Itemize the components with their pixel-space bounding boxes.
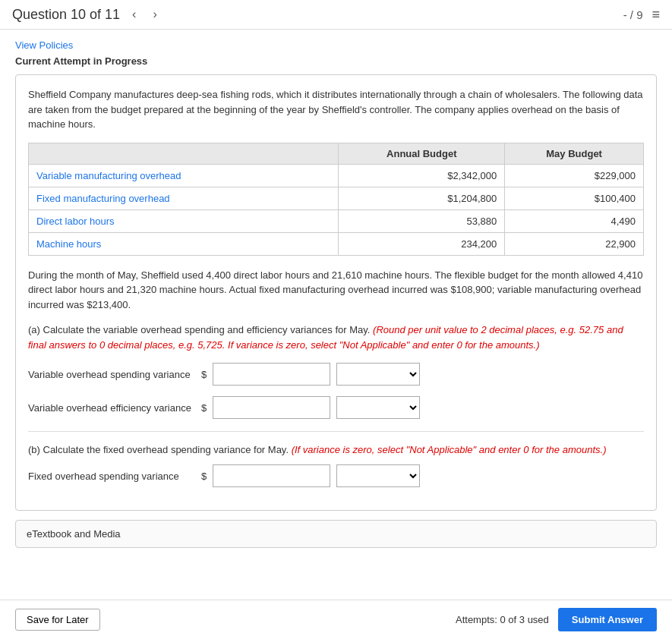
part-a-dollar-0: $ bbox=[201, 369, 207, 380]
part-a-label-1: Variable overhead efficiency variance bbox=[28, 402, 195, 414]
row-label-0: Variable manufacturing overhead bbox=[29, 164, 339, 187]
etextbook-label: eTextbook and Media bbox=[27, 528, 121, 540]
part-b-input-0[interactable] bbox=[213, 464, 330, 487]
part-a-select-0[interactable]: FavorableUnfavorableNot Applicable bbox=[336, 363, 420, 386]
part-b-row-0: Fixed overhead spending variance$Favorab… bbox=[28, 464, 644, 487]
menu-icon[interactable]: ≡ bbox=[651, 7, 660, 23]
attempts-text: Attempts: 0 of 3 used bbox=[456, 614, 549, 625]
header: Question 10 of 11 ‹ › - / 9 ≡ bbox=[0, 0, 672, 30]
part-a-select-1[interactable]: FavorableUnfavorableNot Applicable bbox=[336, 396, 420, 419]
paragraph-text: During the month of May, Sheffield used … bbox=[28, 268, 644, 313]
part-b-normal: (b) Calculate the fixed overhead spendin… bbox=[28, 444, 289, 455]
footer-right: Attempts: 0 of 3 used Submit Answer bbox=[456, 608, 657, 631]
header-left: Question 10 of 11 ‹ › bbox=[12, 6, 162, 23]
row-annual-0: $2,342,000 bbox=[339, 164, 505, 187]
question-title: Question 10 of 11 bbox=[12, 7, 120, 23]
part-b-red: (If variance is zero, select "Not Applic… bbox=[292, 444, 607, 455]
part-b-label-0: Fixed overhead spending variance bbox=[28, 471, 195, 482]
row-may-1: $100,400 bbox=[505, 187, 644, 209]
table-row: Machine hours 234,200 22,900 bbox=[29, 232, 644, 255]
save-button[interactable]: Save for Later bbox=[15, 609, 100, 631]
row-may-0: $229,000 bbox=[505, 164, 644, 187]
part-b-instruction: (b) Calculate the fixed overhead spendin… bbox=[28, 444, 644, 455]
section-divider bbox=[28, 431, 644, 432]
col-header-empty bbox=[29, 143, 339, 164]
part-a-instruction: (a) Calculate the variable overhead spen… bbox=[28, 323, 644, 352]
table-row: Direct labor hours 53,880 4,490 bbox=[29, 209, 644, 232]
table-row: Variable manufacturing overhead $2,342,0… bbox=[29, 164, 644, 187]
footer: Save for Later Attempts: 0 of 3 used Sub… bbox=[0, 600, 672, 639]
part-b-select-0[interactable]: FavorableUnfavorableNot Applicable bbox=[336, 464, 420, 487]
part-a-input-0[interactable] bbox=[213, 363, 330, 386]
part-a-normal: (a) Calculate the variable overhead spen… bbox=[28, 324, 370, 335]
row-may-3: 22,900 bbox=[505, 232, 644, 255]
row-annual-2: 53,880 bbox=[339, 209, 505, 232]
part-a-label-0: Variable overhead spending variance bbox=[28, 369, 195, 380]
attempt-label: Current Attempt in Progress bbox=[15, 55, 657, 67]
row-annual-3: 234,200 bbox=[339, 232, 505, 255]
view-policies-link[interactable]: View Policies bbox=[15, 39, 73, 51]
row-annual-1: $1,204,800 bbox=[339, 187, 505, 209]
col-header-annual: Annual Budget bbox=[339, 143, 505, 164]
row-label-3: Machine hours bbox=[29, 232, 339, 255]
submit-button[interactable]: Submit Answer bbox=[558, 608, 657, 631]
table-row: Fixed manufacturing overhead $1,204,800 … bbox=[29, 187, 644, 209]
budget-table: Annual Budget May Budget Variable manufa… bbox=[28, 143, 644, 256]
score-display: - / 9 bbox=[623, 8, 643, 21]
part-a-row-1: Variable overhead efficiency variance$Fa… bbox=[28, 396, 644, 419]
part-a-row-0: Variable overhead spending variance$Favo… bbox=[28, 363, 644, 386]
next-button[interactable]: › bbox=[148, 6, 161, 23]
part-a-dollar-1: $ bbox=[201, 402, 207, 414]
content-area: View Policies Current Attempt in Progres… bbox=[0, 30, 672, 600]
prev-button[interactable]: ‹ bbox=[128, 6, 140, 23]
etextbook-box: eTextbook and Media bbox=[15, 520, 657, 548]
part-a-input-1[interactable] bbox=[213, 396, 330, 419]
intro-text: Sheffield Company manufactures deep-sea … bbox=[28, 87, 644, 132]
header-right: - / 9 ≡ bbox=[623, 7, 660, 23]
col-header-may: May Budget bbox=[505, 143, 644, 164]
part-b-dollar-0: $ bbox=[201, 471, 207, 482]
row-label-1: Fixed manufacturing overhead bbox=[29, 187, 339, 209]
row-may-2: 4,490 bbox=[505, 209, 644, 232]
row-label-2: Direct labor hours bbox=[29, 209, 339, 232]
question-box: Sheffield Company manufactures deep-sea … bbox=[15, 74, 657, 511]
